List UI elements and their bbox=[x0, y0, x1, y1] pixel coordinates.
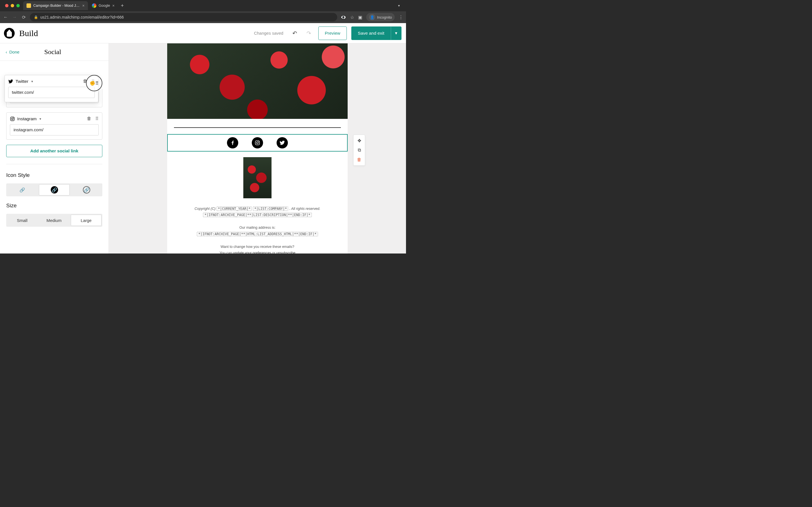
move-block-button[interactable]: ✥ bbox=[355, 136, 363, 145]
platform-label: Instagram bbox=[17, 116, 37, 121]
block-floating-toolbar: ✥ ⧉ 🗑 bbox=[353, 135, 365, 166]
merge-tag: *|IFNOT:ARCHIVE_PAGE|**|HTML:LIST_ADDRES… bbox=[197, 232, 318, 236]
window-controls bbox=[2, 4, 22, 7]
icon-style-solid[interactable]: 🔗 bbox=[39, 184, 70, 195]
forward-button: → bbox=[12, 15, 17, 20]
size-segmented: Small Medium Large bbox=[6, 214, 102, 227]
new-tab-button[interactable]: + bbox=[119, 3, 126, 9]
icon-style-outline[interactable]: 🔗 bbox=[71, 184, 101, 195]
chevron-down-icon: ▾ bbox=[40, 117, 41, 121]
platform-label: Twitter bbox=[15, 79, 29, 84]
svg-point-4 bbox=[257, 142, 259, 144]
merge-tag: *|IFNOT:ARCHIVE_PAGE|**|LIST:DESCRIPTION… bbox=[203, 213, 312, 217]
minimize-window-icon[interactable] bbox=[11, 4, 14, 7]
divider bbox=[6, 164, 102, 164]
fullscreen-window-icon[interactable] bbox=[16, 4, 20, 7]
social-item-instagram: Instagram ▾ 🗑 ⠿ bbox=[6, 112, 102, 140]
merge-tag: *|LIST:COMPANY|* bbox=[253, 207, 289, 211]
url-text: us21.admin.mailchimp.com/email/editor?id… bbox=[40, 15, 124, 19]
close-tab-icon[interactable]: × bbox=[82, 3, 85, 8]
add-social-link-label: Add another social link bbox=[30, 149, 79, 154]
size-large[interactable]: Large bbox=[71, 215, 101, 226]
link-solid-icon: 🔗 bbox=[51, 186, 58, 193]
tab-title: Google bbox=[99, 4, 110, 8]
platform-select-instagram[interactable]: Instagram ▾ bbox=[10, 116, 41, 121]
platform-select-twitter[interactable]: Twitter ▾ bbox=[8, 79, 33, 84]
footer-text[interactable]: Copyright (C) *|CURRENT_YEAR|* *|LIST:CO… bbox=[167, 206, 348, 254]
save-and-exit-label: Save and exit bbox=[358, 31, 384, 36]
google-favicon-icon bbox=[92, 3, 96, 8]
mailchimp-logo-icon[interactable] bbox=[4, 28, 15, 39]
icon-style-segmented: 🔗 🔗 🔗 bbox=[6, 183, 102, 196]
save-and-exit-button[interactable]: Save and exit bbox=[351, 26, 391, 40]
email-canvas[interactable]: Copyright (C) *|CURRENT_YEAR|* *|LIST:CO… bbox=[109, 43, 406, 253]
mailchimp-favicon-icon bbox=[27, 3, 31, 8]
bookmark-icon[interactable]: ☆ bbox=[350, 15, 354, 20]
mailing-address-label: Our mailing address is: bbox=[239, 226, 275, 230]
size-label: Size bbox=[6, 203, 102, 209]
save-dropdown-button[interactable]: ▾ bbox=[391, 26, 402, 40]
lock-icon: 🔒 bbox=[34, 15, 38, 19]
footer-logo-image[interactable] bbox=[243, 157, 271, 198]
save-status: Changes saved bbox=[254, 31, 283, 36]
grab-hand-icon: ✊⠿ bbox=[90, 80, 99, 86]
social-block-selected[interactable] bbox=[167, 134, 348, 152]
url-field[interactable]: 🔒 us21.admin.mailchimp.com/email/editor?… bbox=[30, 13, 337, 21]
incognito-icon: 👤 bbox=[369, 14, 375, 20]
link-outline-icon: 🔗 bbox=[83, 186, 90, 193]
tabs-overflow-icon[interactable]: ▾ bbox=[394, 4, 404, 8]
tab-google[interactable]: Google × bbox=[89, 1, 118, 10]
size-medium[interactable]: Medium bbox=[39, 215, 69, 226]
preview-label: Preview bbox=[325, 31, 340, 36]
chevron-down-icon: ▾ bbox=[395, 31, 397, 36]
undo-button[interactable]: ↶ bbox=[290, 30, 300, 37]
delete-block-button[interactable]: 🗑 bbox=[355, 156, 363, 164]
drag-handle-icon[interactable]: ⠿ bbox=[95, 116, 99, 121]
back-button[interactable]: ← bbox=[3, 15, 8, 20]
facebook-icon[interactable] bbox=[227, 137, 238, 149]
instagram-url-input[interactable] bbox=[10, 124, 99, 135]
grab-cursor-indicator: ✊⠿ bbox=[86, 75, 102, 91]
svg-point-5 bbox=[259, 141, 259, 142]
email-body: Copyright (C) *|CURRENT_YEAR|* *|LIST:CO… bbox=[167, 43, 348, 253]
update-preferences-link[interactable]: update your preferences bbox=[233, 251, 271, 253]
preview-button[interactable]: Preview bbox=[318, 26, 347, 40]
incognito-label: Incognito bbox=[377, 15, 392, 19]
add-social-link-button[interactable]: Add another social link bbox=[6, 145, 102, 157]
svg-point-1 bbox=[11, 118, 13, 120]
tab-campaign-builder[interactable]: Campaign Builder - Mood Joy | × bbox=[23, 1, 88, 10]
duplicate-block-button[interactable]: ⧉ bbox=[355, 146, 363, 154]
unsubscribe-link[interactable]: unsubscribe bbox=[276, 251, 295, 253]
instagram-icon[interactable] bbox=[252, 137, 263, 149]
divider-line[interactable] bbox=[174, 127, 341, 128]
incognito-hat-icon[interactable]: 👁️‍🗨️ bbox=[341, 15, 346, 20]
merge-tag: *|CURRENT_YEAR|* bbox=[216, 207, 252, 211]
delete-item-button[interactable]: 🗑 bbox=[87, 116, 91, 121]
reload-button[interactable]: ⟳ bbox=[21, 15, 27, 20]
svg-point-2 bbox=[13, 117, 14, 118]
profile-incognito-chip[interactable]: 👤 Incognito bbox=[366, 13, 395, 21]
link-icon: 🔗 bbox=[19, 187, 25, 193]
block-settings-panel: ‹ Done Social Twitter ▾ bbox=[0, 43, 109, 253]
chevron-down-icon: ▾ bbox=[31, 79, 33, 83]
side-panel-icon[interactable]: ▣ bbox=[358, 15, 362, 20]
close-tab-icon[interactable]: × bbox=[112, 3, 114, 8]
kebab-menu-icon[interactable]: ⋮ bbox=[399, 15, 403, 20]
browser-tab-strip: Campaign Builder - Mood Joy | × Google ×… bbox=[0, 0, 406, 11]
app-header: Build Changes saved ↶ ↷ Preview Save and… bbox=[0, 23, 406, 43]
social-item-twitter-dragging[interactable]: Twitter ▾ 🗑 ⠿ bbox=[4, 75, 98, 102]
tab-title: Campaign Builder - Mood Joy | bbox=[33, 4, 80, 8]
twitter-url-input[interactable] bbox=[8, 87, 95, 98]
close-window-icon[interactable] bbox=[5, 4, 8, 7]
icon-style-label: Icon Style bbox=[6, 172, 102, 178]
page-title: Build bbox=[19, 29, 38, 38]
redo-button: ↷ bbox=[304, 30, 314, 37]
twitter-icon[interactable] bbox=[276, 137, 288, 149]
icon-style-none[interactable]: 🔗 bbox=[7, 184, 37, 195]
size-small[interactable]: Small bbox=[7, 215, 37, 226]
panel-title: Social bbox=[3, 48, 103, 56]
instagram-icon bbox=[10, 116, 15, 121]
hero-image[interactable] bbox=[167, 43, 348, 119]
twitter-icon bbox=[8, 79, 13, 84]
address-bar: ← → ⟳ 🔒 us21.admin.mailchimp.com/email/e… bbox=[0, 11, 406, 23]
